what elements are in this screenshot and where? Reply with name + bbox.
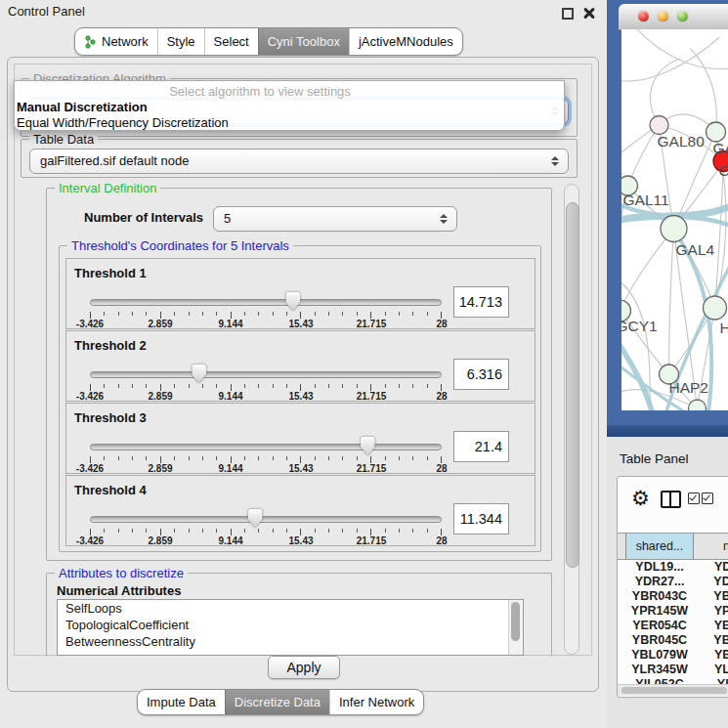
list-item[interactable]: SelfLoops (58, 600, 523, 617)
slider-thumb[interactable] (361, 437, 375, 455)
scrollbar-thumb[interactable] (566, 202, 579, 568)
table-hscrollbar[interactable] (618, 684, 728, 696)
tick-label: 28 (436, 535, 447, 546)
node-label: GAL80 (658, 133, 706, 150)
table-row[interactable]: YLR345WYLR3 (618, 663, 728, 677)
tab-select[interactable]: Select (204, 28, 258, 55)
network-window: GAL80 GA C GAL11 GAL4 GCY1 H HAP2 (607, 0, 728, 437)
tick-label: 15.43 (288, 463, 313, 474)
discretize-settings-panel: Discretization Algorithm Table Data galF… (14, 64, 592, 656)
table-row[interactable]: YDL19...YDL1 (618, 560, 728, 575)
node-label: GCY1 (621, 318, 658, 334)
table-data-combobox[interactable]: galFiltered.sif default node (29, 149, 569, 174)
slider-tick-labels: -3.4262.8599.14415.4321.71528 (90, 391, 442, 402)
tick-label: 15.43 (288, 391, 313, 402)
table-row[interactable]: YBL079WYBL0 (618, 648, 728, 663)
list-item[interactable]: BetweennessCentrality (58, 633, 523, 650)
table-panel-title: Table Panel (620, 451, 689, 466)
slider-ticks (90, 384, 442, 391)
tab-infer-network[interactable]: Infer Network (329, 690, 423, 714)
numerical-attributes-list[interactable]: SelfLoops TopologicalCoefficient Between… (57, 599, 524, 656)
threshold-value-field[interactable]: 21.4 (453, 431, 509, 462)
table-cell: YPR1 (695, 604, 728, 619)
scrollbar-thumb[interactable] (621, 687, 727, 694)
slider-thumb[interactable] (248, 509, 263, 528)
table-cell: YER054C (625, 619, 694, 633)
threshold-label: Threshold 2 (74, 338, 147, 353)
node[interactable] (704, 296, 727, 320)
minimize-button[interactable] (658, 11, 668, 21)
top-tab-bar: Network Style Select Cyni Toolbox jActiv… (74, 27, 463, 56)
tick-label: 21.715 (357, 391, 387, 402)
list-item[interactable]: TopologicalCoefficient (58, 617, 523, 633)
list-scrollbar[interactable] (508, 600, 523, 655)
tab-impute-data[interactable]: Impute Data (138, 690, 225, 714)
float-icon[interactable] (562, 8, 574, 20)
table-row[interactable]: YBR045CYBR0 (618, 633, 728, 648)
tick-label: -3.426 (76, 463, 104, 474)
panel-scrollbar[interactable] (564, 184, 579, 655)
table-cell: YDL1 (695, 560, 728, 575)
tab-style[interactable]: Style (157, 28, 204, 55)
slider-track[interactable] (90, 299, 442, 306)
node-gal4[interactable] (661, 216, 687, 242)
close-icon[interactable] (583, 7, 595, 19)
slider-thumb[interactable] (192, 364, 206, 383)
split-columns-icon[interactable] (661, 491, 681, 508)
tick-label: 2.859 (148, 391, 172, 402)
table-toolbar (618, 477, 728, 528)
tab-jactivemnodules[interactable]: jActiveMNodules (349, 28, 462, 55)
tick-label: 28 (436, 319, 447, 329)
table-cell: YBR0 (695, 589, 728, 604)
attributes-group: Attributes to discretize Numerical Attri… (46, 573, 552, 657)
bottom-tab-bar: Impute Data Discretize Data Infer Networ… (137, 689, 424, 715)
node-label: H (720, 320, 728, 336)
tick-label: 9.144 (218, 319, 242, 329)
gear-icon[interactable] (631, 485, 650, 512)
slider-track[interactable] (90, 516, 442, 523)
tick-label: 9.144 (218, 535, 242, 546)
checkbox-icon[interactable] (702, 492, 713, 504)
threshold-value-field[interactable]: 14.713 (453, 286, 509, 318)
slider-track[interactable] (90, 444, 442, 450)
group-title: Attributes to discretize (55, 566, 188, 580)
dropdown-item-manual-discretization[interactable]: Manual Discretization (17, 100, 148, 115)
numerical-attributes-label: Numerical Attributes (57, 583, 181, 598)
node-label: GA (713, 140, 728, 156)
tick-label: 9.144 (218, 391, 242, 402)
threshold-panel-4: Threshold 4 -3.4262.8599.14415.4321.7152… (65, 475, 535, 546)
table-row[interactable]: YBR043CYBR0 (618, 589, 728, 604)
node-gal80[interactable] (650, 116, 668, 135)
table-row[interactable]: YPR145WYPR1 (618, 604, 728, 619)
tick-label: 28 (436, 391, 447, 402)
column-header-shared-name[interactable]: shared... (625, 534, 694, 559)
apply-button[interactable]: Apply (268, 656, 340, 679)
tab-network[interactable]: Network (75, 28, 157, 55)
slider-track[interactable] (90, 371, 442, 378)
num-intervals-combobox[interactable]: 5 (213, 206, 457, 232)
table-cell: YDR27... (625, 575, 694, 589)
tick-label: 21.715 (357, 463, 387, 474)
slider-ticks (90, 529, 442, 535)
tick-label: 21.715 (357, 535, 387, 546)
group-title: Threshold's Coordinates for 5 Intervals (67, 238, 293, 253)
table-row[interactable]: YER054CYER0 (618, 619, 728, 633)
tab-cyni-toolbox[interactable]: Cyni Toolbox (258, 28, 349, 55)
column-header-name[interactable]: na (695, 534, 728, 559)
node[interactable] (689, 400, 707, 410)
table-cell: YBL0 (695, 648, 728, 663)
close-button[interactable] (638, 11, 649, 21)
threshold-value-field[interactable]: 6.316 (453, 359, 509, 390)
table-row[interactable]: YDR27...YDR2 (618, 575, 728, 589)
threshold-panel-3: Threshold 3 -3.4262.8599.14415.4321.7152… (65, 403, 535, 474)
tick-label: 15.43 (288, 319, 313, 329)
interval-definition-group: Interval Definition Number of Intervals … (46, 188, 552, 561)
slider-thumb[interactable] (285, 292, 300, 311)
checkbox-icon[interactable] (688, 492, 700, 504)
node[interactable] (707, 122, 726, 142)
network-view[interactable]: GAL80 GA C GAL11 GAL4 GCY1 H HAP2 (621, 29, 728, 410)
threshold-value-field[interactable]: 11.344 (453, 503, 509, 535)
zoom-button[interactable] (677, 11, 688, 21)
dropdown-item-equal-width-frequency[interactable]: Equal Width/Frequency Discretization (17, 115, 229, 131)
tab-discretize-data[interactable]: Discretize Data (225, 690, 329, 714)
